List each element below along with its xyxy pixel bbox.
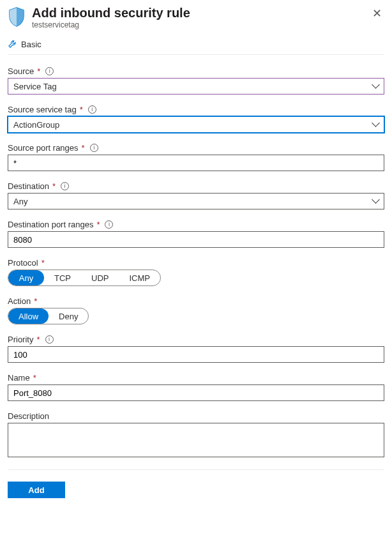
required-indicator: * [80,105,83,114]
required-indicator: * [37,66,40,76]
destination-value: Any [13,197,27,206]
name-label: Name [8,373,30,383]
chevron-down-icon [372,198,379,204]
source-label: Source [8,66,34,76]
shield-icon [8,6,26,27]
source-value: Service Tag [13,82,57,91]
required-indicator: * [52,181,56,191]
segment-option-icmp[interactable]: ICMP [119,270,160,285]
info-icon[interactable]: i [45,67,54,75]
required-indicator: * [41,258,45,268]
required-indicator: * [33,373,36,383]
segment-option-udp[interactable]: UDP [81,270,119,285]
chevron-down-icon [372,121,379,128]
resource-name: testservicetag [32,20,363,29]
required-indicator: * [82,143,85,153]
wrench-icon [8,40,17,49]
required-indicator: * [34,296,37,306]
description-label: Description [8,411,49,421]
required-indicator: * [96,220,100,229]
add-button[interactable]: Add [8,482,65,498]
action-segmented: AllowDeny [8,308,89,324]
description-input[interactable] [8,423,384,457]
segment-option-allow[interactable]: Allow [8,308,49,324]
info-icon[interactable]: i [88,105,96,114]
info-icon[interactable]: i [90,144,98,152]
page-title: Add inbound security rule [32,5,363,20]
info-icon[interactable]: i [105,220,113,229]
required-indicator: * [36,335,40,344]
info-icon[interactable]: i [61,182,69,190]
source-service-tag-select[interactable]: ActionGroup [8,116,384,133]
basic-link[interactable]: Basic [21,40,41,49]
source-port-ranges-input[interactable] [8,155,384,171]
source-service-tag-value: ActionGroup [13,120,59,130]
segment-option-any[interactable]: Any [8,270,44,285]
protocol-label: Protocol [8,258,38,268]
priority-input[interactable] [8,346,384,363]
segment-option-deny[interactable]: Deny [49,308,88,324]
destination-port-ranges-label: Destination port ranges [8,220,93,229]
source-service-tag-label: Source service tag [8,105,77,114]
info-icon[interactable]: i [45,335,54,344]
destination-port-ranges-input[interactable] [8,231,384,248]
segment-option-tcp[interactable]: TCP [44,270,81,285]
chevron-down-icon [372,83,379,89]
source-port-ranges-label: Source port ranges [8,143,79,153]
destination-label: Destination [8,181,49,191]
source-select[interactable]: Service Tag [8,78,384,95]
close-button[interactable]: ✕ [370,5,384,22]
name-input[interactable] [8,384,384,401]
destination-select[interactable]: Any [8,193,384,209]
action-label: Action [8,296,31,306]
protocol-segmented: AnyTCPUDPICMP [8,270,161,286]
priority-label: Priority [8,335,33,344]
